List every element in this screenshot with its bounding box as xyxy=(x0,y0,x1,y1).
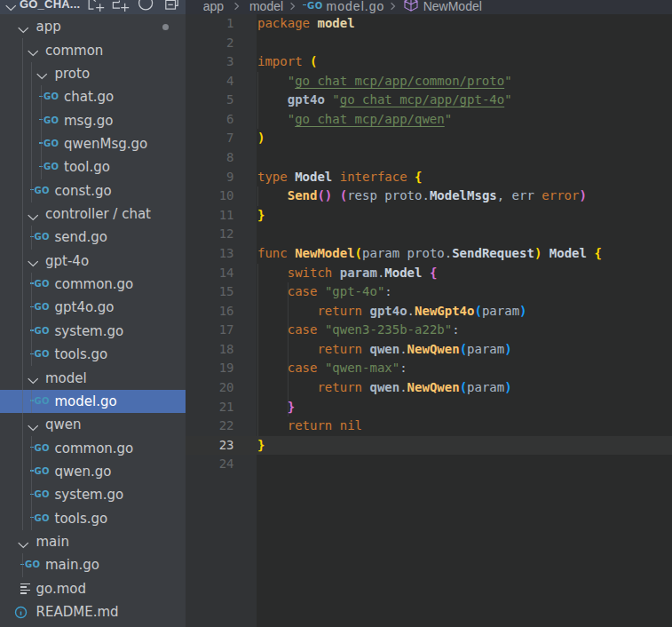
tree-item-common.go[interactable]: GOcommon.go xyxy=(0,273,186,296)
line-number-24: 24 xyxy=(186,455,234,474)
tree-item-main.go[interactable]: GOmain.go xyxy=(0,553,186,576)
tree-item-label: tools.go xyxy=(55,511,108,527)
explorer-sidebar: appcommonprotoGOchat.goGOmsg.goGOqwenMsg… xyxy=(0,0,186,627)
refresh-icon xyxy=(138,0,154,14)
tree-item-label: tool.go xyxy=(64,159,110,175)
tree-item-tools.go[interactable]: GOtools.go xyxy=(0,507,186,530)
explorer-section-header[interactable]: GO_CHA... xyxy=(0,0,186,14)
breadcrumb-item-NewModel[interactable]: NewModel xyxy=(404,0,482,13)
tree-indent-guide xyxy=(31,390,32,413)
tree-item-go.mod[interactable]: go.mod xyxy=(0,577,186,600)
tree-item-label: qwen xyxy=(45,417,82,433)
tree-item-qwen[interactable]: qwen xyxy=(0,413,186,436)
tree-item-model[interactable]: model xyxy=(0,366,186,389)
line-number-16: 16 xyxy=(186,302,234,321)
editor-pane[interactable]: 123456789101112131415161718192021222324 … xyxy=(186,0,672,627)
symbol-cube-icon xyxy=(404,0,418,12)
tree-item-msg.go[interactable]: GOmsg.go xyxy=(0,108,186,131)
tree-item-qwen.go[interactable]: GOqwen.go xyxy=(0,460,186,483)
explorer-actions xyxy=(0,0,186,14)
code-line-16: return gpt4o.NewGpt4o(param) xyxy=(257,302,527,321)
code-line-3: import ( xyxy=(257,52,317,72)
tree-item-app[interactable]: app xyxy=(0,15,186,38)
tree-item-const.go[interactable]: GOconst.go xyxy=(0,179,186,202)
go-file-icon: GO xyxy=(30,467,51,476)
tree-item-gpt-4o[interactable]: gpt-4o xyxy=(0,250,186,273)
go-file-icon: GO xyxy=(39,139,59,148)
tree-item-label: app xyxy=(36,19,61,35)
go-file-icon: GO xyxy=(30,280,51,289)
line-number-11: 11 xyxy=(186,206,234,226)
go-file-icon: GO xyxy=(20,560,41,569)
go-file-icon: GO xyxy=(30,327,51,336)
code-line-23: } xyxy=(257,436,265,456)
go-file-icon: GO xyxy=(30,444,51,453)
chevron-right-icon xyxy=(390,2,396,11)
tree-item-proto[interactable]: proto xyxy=(0,62,186,85)
tree-item-label: model.go xyxy=(55,393,117,409)
tree-item-gpt4o.go[interactable]: GOgpt4o.go xyxy=(0,296,186,319)
tree-indent-guide xyxy=(41,85,42,179)
gomod-file-icon xyxy=(20,583,31,594)
tree-indent-guide xyxy=(31,226,32,249)
tree-item-tools.go[interactable]: GOtools.go xyxy=(0,343,186,366)
tree-item-tool.go[interactable]: GOtool.go xyxy=(0,155,186,179)
line-number-13: 13 xyxy=(186,244,234,264)
tree-item-controller-chat[interactable]: controller / chat xyxy=(0,202,186,226)
go-file-icon: GO xyxy=(39,92,59,101)
modified-badge-dot xyxy=(162,24,169,30)
collapse-all-button[interactable] xyxy=(164,0,179,14)
collapse-all-icon xyxy=(164,0,179,14)
code-line-10: Send() (resp proto.ModelMsgs, err error) xyxy=(257,187,587,206)
code-line-11: } xyxy=(257,206,265,226)
tree-item-send.go[interactable]: GOsend.go xyxy=(0,226,186,249)
tree-item-model.go[interactable]: GOmodel.go xyxy=(0,390,186,413)
line-number-12: 12 xyxy=(186,225,234,244)
breadcrumb-item-model.go[interactable]: GOmodel.go xyxy=(303,0,384,13)
tree-indent-guide xyxy=(31,436,32,529)
tree-item-common.go[interactable]: GOcommon.go xyxy=(0,436,186,459)
breadcrumb-item-app[interactable]: app xyxy=(203,0,224,13)
code-line-21: } xyxy=(257,398,295,417)
go-file-icon: GO xyxy=(30,187,51,195)
new-folder-button[interactable] xyxy=(107,0,130,14)
tree-item-system.go[interactable]: GOsystem.go xyxy=(0,483,186,506)
new-file-button[interactable] xyxy=(88,0,105,14)
tree-item-label: common xyxy=(45,43,103,59)
line-number-19: 19 xyxy=(186,359,234,378)
chevron-right-icon xyxy=(289,2,296,11)
tree-item-label: README.md xyxy=(36,604,119,620)
line-number-15: 15 xyxy=(186,282,234,302)
tree-item-README.md[interactable]: README.md xyxy=(0,600,186,623)
line-number-18: 18 xyxy=(186,340,234,360)
tree-item-label: chat.go xyxy=(64,89,114,105)
tree-item-label: qwenMsg.go xyxy=(64,136,147,152)
chevron-down-icon xyxy=(18,22,29,32)
line-number-7: 7 xyxy=(186,129,234,148)
line-number-23: 23 xyxy=(186,436,234,456)
code-line-1: package model xyxy=(257,14,355,34)
line-number-17: 17 xyxy=(186,321,234,340)
line-number-2: 2 xyxy=(186,34,234,53)
tree-item-common[interactable]: common xyxy=(0,38,186,61)
tree-item-system.go[interactable]: GOsystem.go xyxy=(0,320,186,343)
tree-item-label: system.go xyxy=(55,323,124,339)
line-number-6: 6 xyxy=(186,110,234,130)
breadcrumb-item-model[interactable]: model xyxy=(249,0,283,13)
tree-item-qwenMsg.go[interactable]: GOqwenMsg.go xyxy=(0,132,186,155)
new-file-icon xyxy=(88,0,105,14)
code-line-9: type Model interface { xyxy=(257,168,422,187)
info-icon xyxy=(14,606,28,619)
tree-item-label: const.go xyxy=(55,183,112,199)
tree-item-chat.go[interactable]: GOchat.go xyxy=(0,85,186,108)
breadcrumb-label: NewModel xyxy=(423,0,482,13)
go-file-icon: GO xyxy=(30,350,51,359)
refresh-button[interactable] xyxy=(138,0,154,14)
go-file-icon: GO xyxy=(303,2,323,11)
line-number-22: 22 xyxy=(186,417,234,436)
tree-item-main[interactable]: main xyxy=(0,530,186,553)
new-folder-icon xyxy=(107,0,130,14)
go-file-icon: GO xyxy=(30,490,51,499)
code-line-4: "go_chat_mcp/app/common/proto" xyxy=(257,72,512,91)
line-number-4: 4 xyxy=(186,72,234,91)
